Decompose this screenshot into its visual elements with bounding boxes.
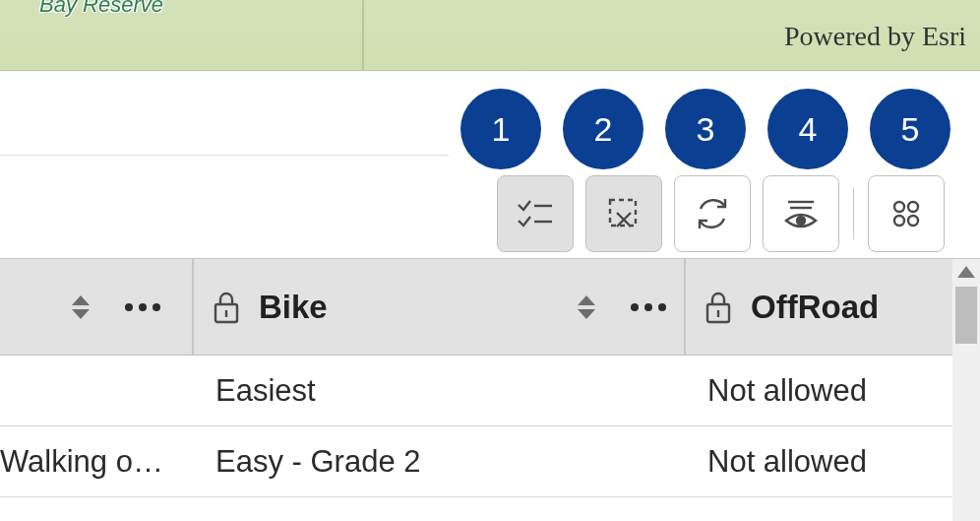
columns-visibility-icon	[780, 193, 822, 234]
annotation-2: 2	[563, 89, 643, 169]
toolbar-separator	[853, 188, 854, 239]
annotation-3: 3	[665, 89, 746, 169]
svg-point-8	[894, 202, 904, 212]
cell: Walking o…	[0, 444, 194, 480]
cell: Not allowed	[686, 373, 980, 409]
svg-point-11	[908, 216, 918, 226]
refresh-icon	[692, 193, 733, 234]
map-attribution: Powered by Esri	[784, 21, 966, 52]
table-row[interactable]: Walking o… Easy - Grade 2 Not allowed	[0, 426, 980, 497]
toolbar-area: 1 2 3 4 5	[0, 71, 980, 258]
attribute-table: Bike OffRoad Easiest Not allowed Walking…	[0, 258, 980, 521]
scroll-thumb[interactable]	[955, 287, 977, 344]
apps-button[interactable]	[868, 175, 945, 252]
column-label: OffRoad	[751, 289, 879, 326]
show-selection-button	[497, 175, 574, 252]
annotation-4: 4	[767, 89, 848, 169]
svg-point-9	[908, 202, 918, 212]
scroll-up-button[interactable]	[952, 259, 980, 285]
cell: Not allowed	[686, 444, 980, 480]
cell: Easiest	[194, 373, 686, 409]
sort-icon[interactable]	[72, 295, 90, 319]
annotation-markers: 1 2 3 4 5	[460, 89, 950, 169]
sort-icon[interactable]	[578, 295, 595, 319]
clear-selection-button	[585, 175, 662, 252]
column-header-offroad[interactable]: OffRoad	[686, 259, 980, 355]
annotation-1: 1	[460, 89, 541, 169]
cell: Easy - Grade 2	[194, 444, 686, 480]
table-toolbar	[497, 175, 945, 252]
column-menu-icon[interactable]	[631, 303, 666, 311]
checklist-icon	[515, 193, 556, 234]
clear-selection-icon	[603, 193, 644, 234]
column-menu-icon[interactable]	[125, 303, 160, 311]
map-preview[interactable]: Bay Reserve Powered by Esri	[0, 0, 980, 71]
column-label: Bike	[259, 289, 328, 326]
column-header-bike[interactable]: Bike	[194, 259, 686, 355]
svg-point-10	[894, 216, 904, 226]
column-header-0[interactable]	[0, 259, 194, 355]
refresh-button[interactable]	[674, 175, 751, 252]
table-row[interactable]: Easiest Not allowed	[0, 356, 980, 426]
lock-icon	[212, 291, 241, 324]
grid-dots-icon	[886, 193, 927, 234]
lock-icon	[704, 291, 733, 324]
svg-point-7	[797, 217, 805, 225]
table-header-row: Bike OffRoad	[0, 259, 980, 356]
annotation-5: 5	[870, 89, 950, 169]
show-hide-columns-button[interactable]	[763, 175, 839, 252]
vertical-scrollbar[interactable]	[952, 259, 980, 521]
map-feature-label: Bay Reserve	[39, 0, 163, 18]
table-body: Easiest Not allowed Walking o… Easy - Gr…	[0, 356, 980, 497]
